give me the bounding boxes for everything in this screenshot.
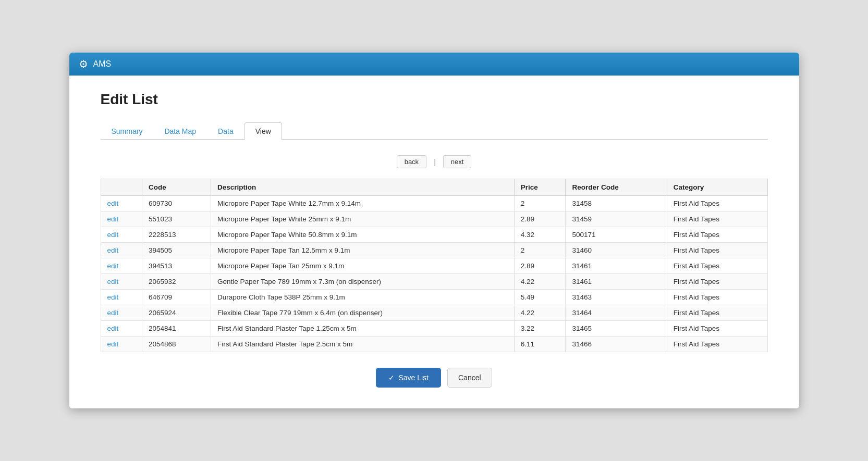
pagination-separator: | <box>434 158 436 166</box>
edit-link[interactable]: edit <box>107 246 119 254</box>
col-header-reorder-code: Reorder Code <box>566 179 667 196</box>
table-row: edit394505Micropore Paper Tape Tan 12.5m… <box>101 243 767 258</box>
pagination-bar: back | next <box>101 155 768 168</box>
edit-link[interactable]: edit <box>107 340 119 348</box>
cell-reorder_code: 31466 <box>566 337 667 352</box>
app-icon: ⚙ <box>79 58 88 70</box>
cell-reorder_code: 31461 <box>566 274 667 290</box>
tab-summary[interactable]: Summary <box>101 122 154 140</box>
cell-price: 4.22 <box>514 305 566 321</box>
edit-link[interactable]: edit <box>107 325 119 332</box>
table-row: edit2065932Gentle Paper Tape 789 19mm x … <box>101 274 767 290</box>
cell-price: 2.89 <box>514 211 566 227</box>
cell-reorder_code: 31464 <box>566 305 667 321</box>
cell-code: 609730 <box>142 196 211 211</box>
cancel-button[interactable]: Cancel <box>447 368 492 388</box>
cell-description: Micropore Paper Tape Tan 25mm x 9.1m <box>211 258 514 274</box>
titlebar: ⚙ AMS <box>69 53 799 76</box>
table-row: edit551023Micropore Paper Tape White 25m… <box>101 211 767 227</box>
cell-code: 551023 <box>142 211 211 227</box>
save-label: Save List <box>398 373 429 382</box>
app-window: ⚙ AMS Edit List Summary Data Map Data Vi… <box>69 53 799 408</box>
tab-datamap[interactable]: Data Map <box>153 122 207 140</box>
cell-description: Durapore Cloth Tape 538P 25mm x 9.1m <box>211 290 514 305</box>
col-header-actions <box>101 179 142 196</box>
cell-description: Flexible Clear Tape 779 19mm x 6.4m (on … <box>211 305 514 321</box>
edit-link[interactable]: edit <box>107 309 119 317</box>
cell-price: 2 <box>514 196 566 211</box>
table-row: edit2228513Micropore Paper Tape White 50… <box>101 227 767 243</box>
page-title: Edit List <box>101 91 768 108</box>
cell-price: 3.22 <box>514 321 566 337</box>
cell-code: 2065932 <box>142 274 211 290</box>
cell-code: 394513 <box>142 258 211 274</box>
tab-view[interactable]: View <box>244 122 282 140</box>
cell-code: 2054868 <box>142 337 211 352</box>
cell-price: 4.22 <box>514 274 566 290</box>
cell-description: Micropore Paper Tape White 12.7mm x 9.14… <box>211 196 514 211</box>
check-icon: ✓ <box>388 373 395 382</box>
tab-view-content: back | next Code Description Price Reord… <box>101 140 768 352</box>
edit-link[interactable]: edit <box>107 215 119 223</box>
edit-link[interactable]: edit <box>107 278 119 285</box>
col-header-category: Category <box>667 179 767 196</box>
cell-reorder_code: 31465 <box>566 321 667 337</box>
cell-description: Micropore Paper Tape White 50.8mm x 9.1m <box>211 227 514 243</box>
edit-link[interactable]: edit <box>107 262 119 270</box>
cell-category: First Aid Tapes <box>667 274 767 290</box>
edit-link[interactable]: edit <box>107 200 119 207</box>
main-content: Edit List Summary Data Map Data View bac… <box>69 76 799 408</box>
cell-category: First Aid Tapes <box>667 321 767 337</box>
cell-reorder_code: 500171 <box>566 227 667 243</box>
cell-code: 2054841 <box>142 321 211 337</box>
col-header-price: Price <box>514 179 566 196</box>
cell-price: 2 <box>514 243 566 258</box>
table-row: edit394513Micropore Paper Tape Tan 25mm … <box>101 258 767 274</box>
table-row: edit2054841First Aid Standard Plaster Ta… <box>101 321 767 337</box>
cell-category: First Aid Tapes <box>667 290 767 305</box>
cell-price: 4.32 <box>514 227 566 243</box>
cell-code: 394505 <box>142 243 211 258</box>
cell-description: Micropore Paper Tape White 25mm x 9.1m <box>211 211 514 227</box>
tab-bar: Summary Data Map Data View <box>101 122 768 140</box>
cell-category: First Aid Tapes <box>667 258 767 274</box>
cell-description: First Aid Standard Plaster Tape 2.5cm x … <box>211 337 514 352</box>
data-table: Code Description Price Reorder Code Cate… <box>101 179 768 352</box>
col-header-code: Code <box>142 179 211 196</box>
cell-code: 2228513 <box>142 227 211 243</box>
next-button[interactable]: next <box>443 155 472 168</box>
cell-reorder_code: 31458 <box>566 196 667 211</box>
footer-actions: ✓ Save List Cancel <box>101 368 768 388</box>
table-row: edit2054868First Aid Standard Plaster Ta… <box>101 337 767 352</box>
cell-category: First Aid Tapes <box>667 211 767 227</box>
cell-description: First Aid Standard Plaster Tape 1.25cm x… <box>211 321 514 337</box>
cell-price: 2.89 <box>514 258 566 274</box>
cell-category: First Aid Tapes <box>667 196 767 211</box>
table-header-row: Code Description Price Reorder Code Cate… <box>101 179 767 196</box>
cell-reorder_code: 31463 <box>566 290 667 305</box>
cell-code: 646709 <box>142 290 211 305</box>
app-title: AMS <box>93 59 112 69</box>
save-list-button[interactable]: ✓ Save List <box>376 368 441 388</box>
edit-link[interactable]: edit <box>107 231 119 239</box>
cell-price: 5.49 <box>514 290 566 305</box>
col-header-description: Description <box>211 179 514 196</box>
table-row: edit609730Micropore Paper Tape White 12.… <box>101 196 767 211</box>
cell-code: 2065924 <box>142 305 211 321</box>
cell-category: First Aid Tapes <box>667 227 767 243</box>
cell-price: 6.11 <box>514 337 566 352</box>
cell-description: Gentle Paper Tape 789 19mm x 7.3m (on di… <box>211 274 514 290</box>
cell-reorder_code: 31461 <box>566 258 667 274</box>
cell-reorder_code: 31459 <box>566 211 667 227</box>
table-row: edit646709Durapore Cloth Tape 538P 25mm … <box>101 290 767 305</box>
table-row: edit2065924Flexible Clear Tape 779 19mm … <box>101 305 767 321</box>
edit-link[interactable]: edit <box>107 293 119 301</box>
cell-reorder_code: 31460 <box>566 243 667 258</box>
cell-category: First Aid Tapes <box>667 243 767 258</box>
tab-data[interactable]: Data <box>207 122 244 140</box>
back-button[interactable]: back <box>397 155 426 168</box>
cell-category: First Aid Tapes <box>667 305 767 321</box>
cell-description: Micropore Paper Tape Tan 12.5mm x 9.1m <box>211 243 514 258</box>
cell-category: First Aid Tapes <box>667 337 767 352</box>
